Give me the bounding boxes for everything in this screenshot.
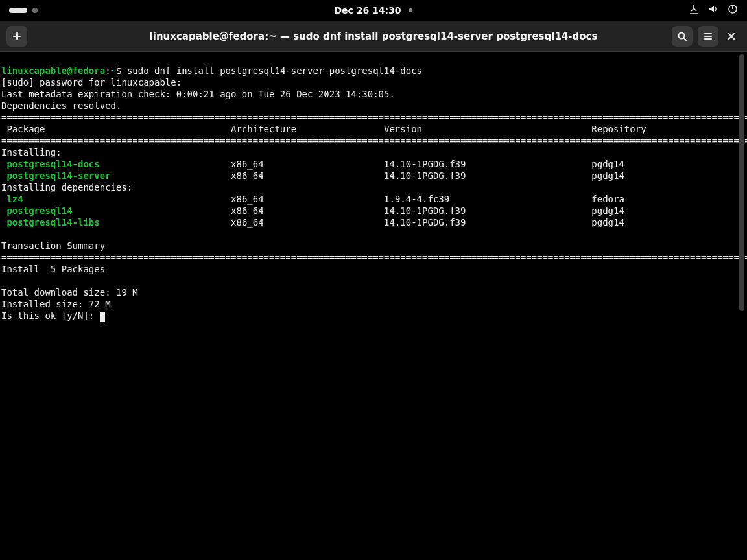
power-icon[interactable] xyxy=(728,4,738,17)
hamburger-menu-button[interactable] xyxy=(698,26,718,47)
terminal-output[interactable]: linuxcapable@fedora:~$ sudo dnf install … xyxy=(0,61,747,552)
terminal-titlebar: linuxcapable@fedora:~ — sudo dnf install… xyxy=(0,21,747,52)
search-button[interactable] xyxy=(672,26,693,47)
svg-point-1 xyxy=(679,33,685,39)
workspace-dot-icon xyxy=(32,8,38,13)
window-title: linuxcapable@fedora:~ — sudo dnf install… xyxy=(150,30,598,42)
volume-icon[interactable] xyxy=(708,4,718,17)
scrollbar-thumb[interactable] xyxy=(739,54,744,311)
gnome-top-panel: Dec 26 14:30 xyxy=(0,0,747,21)
notification-dot-icon xyxy=(409,8,413,12)
clock-text: Dec 26 14:30 xyxy=(334,5,401,16)
network-icon[interactable] xyxy=(689,4,699,17)
activities-pill-icon xyxy=(9,8,27,13)
clock-area[interactable]: Dec 26 14:30 xyxy=(334,5,412,16)
close-window-button[interactable] xyxy=(721,26,742,47)
activities-indicator[interactable] xyxy=(0,8,38,13)
new-tab-button[interactable] xyxy=(6,26,27,47)
